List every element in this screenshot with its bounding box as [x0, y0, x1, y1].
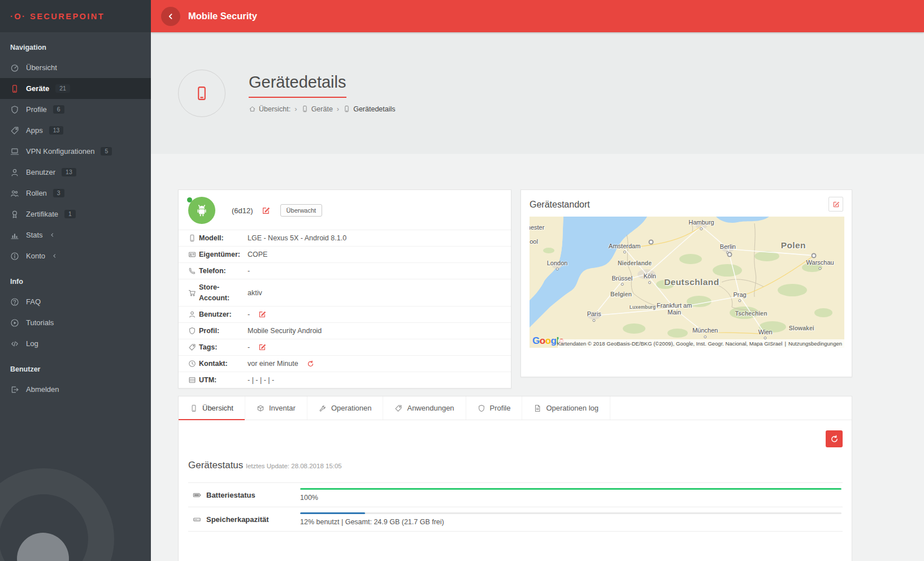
- sidebar-item-abmelden[interactable]: Abmelden: [0, 379, 151, 400]
- breadcrumb: Übersicht:›Geräte›Gerätedetails: [249, 105, 396, 113]
- tab-ubersicht[interactable]: Übersicht: [179, 396, 245, 420]
- progress-fill: [300, 488, 841, 490]
- chart-icon: [10, 231, 20, 240]
- tab-operationen[interactable]: Operationen: [307, 396, 384, 420]
- last-update-text: letztes Update: 28.08.2018 15:05: [246, 463, 341, 469]
- brand-logo[interactable]: ·O· SECUREPOINT: [0, 0, 151, 32]
- edit-tags-button[interactable]: [258, 343, 267, 352]
- count-badge: 3: [53, 189, 64, 198]
- back-button[interactable]: [161, 7, 180, 26]
- sidebar-item-label: Profile: [26, 105, 47, 114]
- tab-operationen-log[interactable]: Operationen log: [522, 396, 610, 420]
- map-label-prag: Prag: [733, 291, 746, 303]
- sidebar-item-zertifikate[interactable]: Zertifikate1: [0, 204, 151, 225]
- breadcrumb-separator: ›: [294, 105, 297, 113]
- sidebar-item-profile[interactable]: Profile6: [0, 99, 151, 120]
- user-icon: [10, 168, 20, 177]
- tab-profile[interactable]: Profile: [466, 396, 523, 420]
- edit-location-button[interactable]: [828, 197, 843, 212]
- clock-icon: [188, 360, 199, 368]
- battery-icon: [193, 491, 201, 499]
- sidebar-item-rollen[interactable]: Rollen3: [0, 183, 151, 204]
- info-label: Tags:: [199, 342, 248, 352]
- city-dot: [556, 268, 559, 271]
- sidebar-item-ubersicht[interactable]: Übersicht: [0, 57, 151, 78]
- sidebar-item-konto[interactable]: Konto: [0, 245, 151, 266]
- sidebar-item-label: Apps: [26, 126, 43, 135]
- count-badge: 6: [53, 105, 64, 114]
- device-info-row-eigentumer: Eigentümer:COPE: [179, 246, 511, 262]
- status-label-cell: Batteriestatus: [188, 491, 300, 499]
- sidebar-item-benutzer[interactable]: Benutzer13: [0, 162, 151, 183]
- sidebar-item-faq[interactable]: FAQ: [0, 291, 151, 312]
- poi-marker-icon: [649, 240, 654, 245]
- count-badge: 13: [49, 126, 64, 135]
- map-label-deutschland: Deutschland: [664, 277, 719, 287]
- laptop-icon: [10, 147, 20, 156]
- sidebar-item-gerate[interactable]: Geräte21: [0, 78, 151, 99]
- page-header: Gerätedetails Übersicht:›Geräte›Gerätede…: [151, 32, 924, 154]
- edit-icon: [832, 201, 840, 208]
- sidebar-item-apps[interactable]: Apps13: [0, 120, 151, 141]
- status-label-cell: Speicherkapazität: [188, 515, 300, 524]
- edit-benutzer-button[interactable]: [258, 310, 267, 319]
- map-attribution: Kartendaten © 2018 GeoBasis-DE/BKG (©200…: [558, 339, 844, 348]
- question-icon: [10, 297, 20, 307]
- breadcrumb-item-gerate[interactable]: Geräte: [301, 105, 333, 113]
- phone-icon: [190, 404, 198, 412]
- refresh-status-button[interactable]: [826, 430, 843, 447]
- handset-icon: [188, 267, 199, 275]
- progress-fill: [300, 512, 365, 514]
- poi-marker-icon: [811, 253, 816, 258]
- sidebar-item-label: Geräte: [26, 84, 49, 93]
- idcard-icon: [188, 251, 199, 258]
- city-dot: [739, 299, 741, 302]
- info-label: Modell:: [199, 233, 248, 243]
- content-area: (6d12) Überwacht Modell:LGE - Nexus 5X -…: [151, 154, 852, 561]
- sidebar-item-log[interactable]: Log: [0, 333, 151, 354]
- tab-content-overview: Gerätestatusletztes Update: 28.08.2018 1…: [179, 420, 852, 545]
- map-attribution-separator: |: [784, 340, 786, 347]
- sidebar-item-tutorials[interactable]: Tutorials: [0, 312, 151, 333]
- edit-icon: [262, 206, 270, 215]
- status-section-title-text: Gerätestatus: [188, 460, 243, 471]
- location-card-header: Gerätestandort: [530, 197, 843, 212]
- map-label-luxemburg: Luxemburg: [630, 305, 656, 310]
- tab-label: Inventar: [269, 404, 296, 412]
- map-label-london: London: [547, 260, 568, 271]
- map-label-warschau: Warschau: [806, 259, 834, 270]
- map-terms-link[interactable]: Nutzungsbedingungen: [788, 340, 842, 347]
- sidebar-item-vpn-konfigurationen[interactable]: VPN Konfigurationen5: [0, 141, 151, 162]
- phone-icon: [194, 85, 210, 101]
- tab-label: Übersicht: [202, 404, 233, 412]
- sidebar-item-label: FAQ: [26, 297, 41, 306]
- refresh-kontakt-button[interactable]: [306, 360, 315, 368]
- tab-inventar[interactable]: Inventar: [245, 396, 307, 420]
- sidebar-item-stats[interactable]: Stats: [0, 225, 151, 245]
- count-badge: 5: [101, 147, 112, 156]
- brand-logo-text: ·O· SECUREPOINT: [10, 12, 105, 21]
- device-info-row-tags: Tags:-: [179, 339, 511, 355]
- device-info-row-modell: Modell:LGE - Nexus 5X - Android 8.1.0: [179, 230, 511, 246]
- city-dot: [621, 283, 623, 286]
- edit-device-name-button[interactable]: [261, 205, 271, 216]
- phone-icon: [301, 105, 309, 113]
- info-label: Store-Account:: [199, 282, 248, 303]
- wrench-icon: [319, 404, 327, 412]
- google-map[interactable]: chesterpoolLondonParisAmsterdamNiederlan…: [530, 217, 844, 348]
- page-title: Gerätedetails: [249, 73, 346, 98]
- map-label-polen: Polen: [781, 240, 806, 251]
- breadcrumb-item-ubersicht[interactable]: Übersicht:: [249, 105, 290, 113]
- topbar: Mobile Security: [151, 0, 924, 32]
- status-value-cell: 12% benutzt | Gesamt: 24.9 GB (21.7 GB f…: [300, 512, 843, 526]
- sidebar-item-label: Stats: [26, 231, 43, 239]
- sidebar: ·O· SECUREPOINT NavigationÜbersichtGerät…: [0, 0, 151, 561]
- count-badge: 13: [62, 168, 76, 177]
- monitored-badge[interactable]: Überwacht: [280, 204, 323, 217]
- info-label: Eigentümer:: [199, 249, 248, 260]
- map-attribution-text: Kartendaten © 2018 GeoBasis-DE/BKG (©200…: [557, 340, 782, 347]
- tab-anwendungen[interactable]: Anwendungen: [383, 396, 466, 420]
- map-label-frankfurt-am-main: Frankfurt am Main: [653, 302, 695, 316]
- breadcrumb-item-geratedetails[interactable]: Gerätedetails: [343, 105, 395, 113]
- nav-section-header: Navigation: [0, 32, 151, 57]
